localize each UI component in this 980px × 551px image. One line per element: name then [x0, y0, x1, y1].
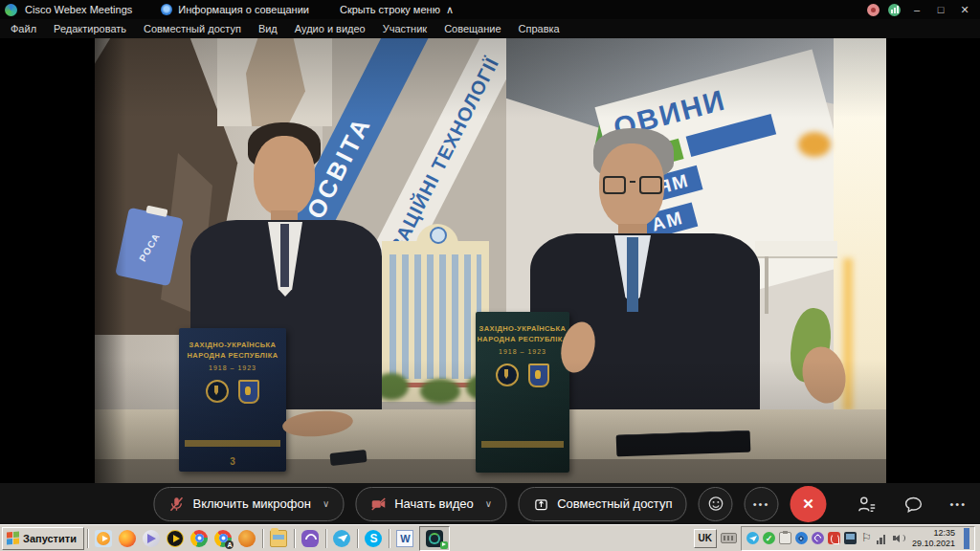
presenter-left-face	[254, 136, 315, 216]
taskbar-divider	[389, 529, 390, 548]
start-button[interactable]: Запустити	[2, 527, 84, 550]
menubar: Файл Редактировать Совместный доступ Вид…	[0, 19, 980, 38]
hide-menubar-button[interactable]: Скрыть строку меню ∧	[340, 4, 454, 16]
taskbar-viber-icon[interactable]	[299, 526, 323, 550]
close-button[interactable]: ✕	[957, 4, 972, 16]
menu-help[interactable]: Справка	[510, 19, 568, 38]
book-title-line1: ЗАХІДНО-УКРАЇНСЬКА	[476, 324, 569, 335]
close-icon: ✕	[802, 496, 814, 513]
system-tray: UK ✓ ⚐ 12:35 29.10.2021	[690, 527, 980, 550]
word-letter: W	[396, 530, 413, 547]
taskbar-skype-icon[interactable]: S	[362, 526, 386, 550]
tray-browser-icon[interactable]	[795, 532, 808, 544]
tray-telegram-icon[interactable]	[746, 532, 759, 544]
hide-menubar-label: Скрыть строку меню	[340, 4, 440, 15]
webex-logo-icon	[5, 4, 17, 16]
participants-button[interactable]	[857, 495, 878, 514]
building-emblem	[430, 227, 447, 244]
poster-photo-figure	[246, 38, 305, 126]
menu-audio-video[interactable]: Аудио и видео	[286, 19, 374, 38]
share-content-button[interactable]: Совместный доступ	[518, 487, 686, 521]
language-indicator[interactable]: UK	[694, 529, 717, 548]
unmute-button[interactable]: Включить микрофон ∨	[153, 487, 344, 521]
tray-icons: ✓ ⚐ 12:35 29.10.2021	[741, 526, 975, 551]
chevron-down-icon[interactable]: ∨	[323, 498, 329, 509]
more-options-icon: •••	[753, 498, 770, 510]
taskbar-orange-browser-icon[interactable]	[235, 526, 259, 550]
menu-file[interactable]: Файл	[2, 19, 45, 38]
taskbar-divider	[357, 529, 359, 548]
taskbar-divider	[294, 529, 296, 548]
banner-building	[382, 241, 489, 402]
taskbar-divider	[262, 529, 264, 548]
menu-view[interactable]: Вид	[250, 19, 286, 38]
unmute-label: Включить микрофон	[192, 496, 310, 511]
taskbar-chrome-profile-icon[interactable]: A	[212, 526, 235, 550]
taskbar-file-manager-icon[interactable]	[267, 526, 291, 550]
poster-photo	[217, 38, 332, 126]
book-gold-band	[481, 441, 564, 448]
maximize-button[interactable]: □	[933, 4, 948, 15]
video-stage: РОСА ОСВІТА ВАЦІЙНІ ТЕХНОЛОГІЇ ОВИНИ ЦЯМ	[0, 38, 980, 483]
share-icon	[532, 496, 549, 513]
reactions-button[interactable]	[699, 487, 733, 521]
panel-options-button[interactable]: •••	[949, 498, 967, 510]
taskbar-word-icon[interactable]: W	[393, 526, 417, 550]
building-windows	[390, 254, 481, 379]
taskbar-chrome-icon[interactable]	[188, 526, 212, 550]
chevron-up-icon: ∧	[446, 4, 454, 16]
book-gold-band	[185, 440, 280, 447]
tray-clipboard-icon[interactable]	[779, 532, 791, 544]
menu-participant[interactable]: Участник	[374, 19, 435, 38]
mic-muted-icon	[167, 496, 185, 513]
lion-emblem-icon	[238, 380, 259, 404]
book-title-line2: НАРОДНА РЕСПУБЛІКА	[179, 351, 286, 362]
menu-meeting[interactable]: Совещание	[435, 19, 509, 38]
meeting-info-icon	[161, 4, 172, 15]
tray-security-icon[interactable]: ✓	[763, 532, 775, 544]
side-table-leg	[765, 256, 768, 314]
taskbar-webex-window-button[interactable]	[419, 526, 450, 551]
taskbar-divider	[87, 529, 89, 548]
chat-button[interactable]	[903, 495, 924, 514]
start-video-button[interactable]: Начать видео ∨	[355, 487, 506, 521]
leave-meeting-button[interactable]: ✕	[791, 486, 827, 522]
chevron-down-icon[interactable]: ∨	[485, 498, 492, 509]
tray-media-icon[interactable]	[828, 532, 840, 544]
book-years: 1918 – 1923	[476, 348, 569, 355]
tray-flag-icon[interactable]: ⚐	[860, 532, 873, 544]
taskbar-media-player-icon[interactable]	[92, 526, 116, 550]
menu-edit[interactable]: Редактировать	[45, 19, 135, 38]
tree	[420, 379, 460, 404]
presenter-left-tie	[280, 224, 289, 287]
more-options-button[interactable]: •••	[745, 487, 779, 521]
taskbar-kmplayer-icon[interactable]	[140, 526, 164, 550]
tray-volume-icon[interactable]	[893, 532, 905, 544]
book-left: ЗАХІДНО-УКРАЇНСЬКА НАРОДНА РЕСПУБЛІКА 19…	[179, 328, 286, 472]
minimize-button[interactable]: –	[909, 4, 924, 15]
sun-streak	[843, 258, 853, 411]
taskbar-clock[interactable]: 12:35 29.10.2021	[912, 528, 955, 549]
taskbar-divider	[325, 529, 327, 548]
tray-edge-icon[interactable]	[964, 528, 969, 549]
tray-network-signal-icon[interactable]	[877, 532, 889, 544]
start-video-label: Начать видео	[394, 496, 474, 511]
window-titlebar: Cisco Webex Meetings Информация о совеща…	[0, 0, 980, 19]
smiley-icon	[706, 495, 724, 513]
keyboard-icon[interactable]	[721, 533, 737, 543]
meeting-info-button[interactable]: Информация о совещании	[161, 4, 309, 15]
lion-emblem-icon	[528, 364, 549, 387]
window-title: Cisco Webex Meetings	[25, 4, 132, 15]
recording-indicator-icon[interactable]	[867, 4, 880, 16]
presenter-right-glasses	[603, 176, 662, 194]
taskbar-aimp-icon[interactable]	[164, 526, 188, 550]
book-years: 1918 – 1923	[179, 364, 286, 371]
taskbar-telegram-icon[interactable]	[330, 526, 354, 550]
tray-display-icon[interactable]	[844, 532, 857, 544]
taskbar-firefox-icon[interactable]	[116, 526, 140, 550]
menu-share[interactable]: Совместный доступ	[135, 19, 250, 38]
book-title-line2: НАРОДНА РЕСПУБЛІКА	[476, 335, 569, 345]
tray-viber-icon[interactable]	[812, 532, 824, 544]
yellow-object	[798, 132, 831, 157]
connection-quality-icon[interactable]	[888, 4, 901, 16]
